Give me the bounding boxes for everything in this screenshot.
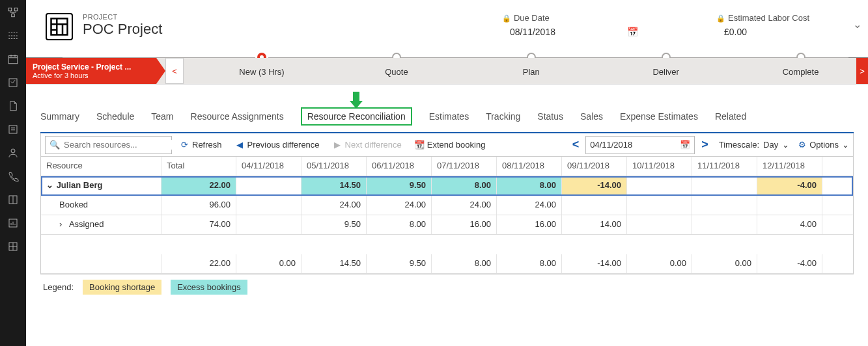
- col-date[interactable]: 05/11/2018: [301, 157, 367, 176]
- chevron-down-icon: ⌄: [782, 140, 789, 150]
- cell-shortage: -4.00: [757, 176, 822, 195]
- cell: 8.00: [497, 254, 562, 273]
- tab-tracking[interactable]: Tracking: [486, 111, 520, 122]
- prev-diff-button[interactable]: ◀Previous difference: [230, 133, 325, 156]
- legend-shortage: Booking shortage: [83, 280, 161, 295]
- cell: 24.00: [432, 196, 497, 215]
- col-date[interactable]: 10/11/2018: [627, 157, 692, 176]
- cell: [627, 196, 692, 215]
- date-prev-button[interactable]: <: [572, 138, 580, 152]
- header-expand-chevron[interactable]: ⌄: [853, 18, 861, 31]
- cell: 22.00: [161, 176, 236, 195]
- timescale-value: Day: [763, 140, 778, 150]
- search-box[interactable]: 🔍: [45, 136, 172, 154]
- refresh-button[interactable]: ⟳Refresh: [175, 133, 227, 156]
- tab-sales[interactable]: Sales: [580, 111, 603, 122]
- cell: [236, 215, 301, 234]
- col-date[interactable]: 07/11/2018: [432, 157, 497, 176]
- tab-related[interactable]: Related: [715, 111, 746, 122]
- stage-name-quote[interactable]: Quote: [385, 67, 408, 77]
- due-date-value: 08/11/2018: [502, 27, 555, 37]
- col-date[interactable]: 09/11/2018: [562, 157, 627, 176]
- cell: 14.00: [562, 215, 627, 234]
- extend-booking-button[interactable]: 📆Extend booking: [410, 133, 491, 156]
- sidebar-note-icon[interactable]: [7, 124, 19, 135]
- stage-next-button[interactable]: >: [856, 58, 868, 84]
- expand-caret-icon[interactable]: ⌄: [46, 180, 54, 190]
- sidebar-grid-icon[interactable]: [7, 241, 19, 252]
- cell: [627, 215, 692, 234]
- sidebar-calendar-icon[interactable]: [7, 53, 19, 65]
- due-date-label: Due Date: [514, 13, 550, 23]
- sidebar-sitemap-icon[interactable]: [7, 7, 19, 18]
- stage-name-complete[interactable]: Complete: [783, 67, 819, 77]
- tab-summary[interactable]: Summary: [40, 111, 79, 122]
- resource-name-cell[interactable]: ⌄ Julian Berg: [41, 176, 161, 195]
- calendar-icon[interactable]: 📅: [627, 27, 638, 37]
- grid-header-row: Resource Total 04/11/2018 05/11/2018 06/…: [41, 157, 853, 176]
- tab-estimates[interactable]: Estimates: [429, 111, 469, 122]
- date-picker[interactable]: 04/11/2018 📅: [585, 136, 695, 154]
- assigned-label-cell[interactable]: › Assigned: [41, 215, 161, 234]
- legend-excess: Excess bookings: [171, 280, 247, 295]
- sidebar-tasks-icon[interactable]: [7, 77, 19, 88]
- project-icon: [46, 13, 73, 40]
- app-sidebar: [0, 0, 26, 346]
- svg-rect-10: [51, 19, 68, 35]
- tab-status[interactable]: Status: [537, 111, 563, 122]
- lock-icon: 🔒: [716, 14, 725, 22]
- highlight-arrow-icon: [346, 90, 366, 110]
- cell: 4.00: [757, 215, 822, 234]
- col-date[interactable]: 08/11/2018: [497, 157, 562, 176]
- col-resource[interactable]: Resource: [41, 157, 161, 176]
- svg-rect-1: [14, 8, 18, 11]
- resource-row-julian[interactable]: ⌄ Julian Berg 22.00 14.50 9.50 8.00 8.00…: [41, 176, 853, 196]
- cell: [692, 176, 757, 195]
- assigned-row[interactable]: › Assigned 74.00 9.50 8.00 16.00 16.00 1…: [41, 215, 853, 235]
- sidebar-panel-icon[interactable]: [7, 194, 19, 206]
- cell: 74.00: [161, 215, 236, 234]
- cell: 24.00: [367, 196, 432, 215]
- col-date[interactable]: 11/11/2018: [692, 157, 757, 176]
- sidebar-phone-icon[interactable]: [7, 170, 19, 182]
- timescale-dropdown[interactable]: Timescale: Day ⌄: [719, 140, 790, 150]
- svg-rect-5: [9, 126, 17, 133]
- col-total[interactable]: Total: [161, 157, 236, 176]
- col-date[interactable]: 04/11/2018: [236, 157, 301, 176]
- cell: 0.00: [692, 254, 757, 273]
- booked-row[interactable]: Booked 96.00 24.00 24.00 24.00 24.00: [41, 196, 853, 215]
- process-stage-bar: Project Service - Project ... Active for…: [26, 57, 868, 85]
- sidebar-person-icon[interactable]: [7, 147, 19, 159]
- labor-cost-label: Estimated Labor Cost: [728, 13, 809, 23]
- cell: 14.50: [301, 176, 367, 195]
- stage-name-plan[interactable]: Plan: [523, 67, 540, 77]
- col-date[interactable]: 06/11/2018: [367, 157, 432, 176]
- tab-team[interactable]: Team: [151, 111, 173, 122]
- timescale-label: Timescale:: [719, 140, 759, 150]
- cell: 9.50: [367, 254, 432, 273]
- cell: [562, 196, 627, 215]
- sidebar-document-icon[interactable]: [7, 100, 19, 112]
- stage-name-deliver[interactable]: Deliver: [652, 67, 679, 77]
- tab-expense[interactable]: Expense Estimates: [620, 111, 698, 122]
- tab-resource-reconciliation[interactable]: Resource Reconciliation: [301, 107, 412, 126]
- tab-schedule[interactable]: Schedule: [96, 111, 134, 122]
- col-date[interactable]: 12/11/2018: [757, 157, 822, 176]
- stage-name-new[interactable]: New (3 Hrs): [239, 67, 284, 77]
- tab-resource-assignments[interactable]: Resource Assignments: [191, 111, 284, 122]
- totals-row: 22.00 0.00 14.50 9.50 8.00 8.00 -14.00 0…: [41, 254, 853, 274]
- cell: [41, 254, 161, 273]
- sidebar-dashboard-icon[interactable]: [7, 30, 19, 42]
- date-next-button[interactable]: >: [701, 138, 708, 152]
- options-button[interactable]: ⚙ Options ⌄: [798, 140, 849, 150]
- next-diff-button: ▶Next difference: [328, 133, 407, 156]
- expand-caret-icon[interactable]: ›: [59, 219, 67, 229]
- cell: 0.00: [236, 254, 301, 273]
- grid-toolbar: 🔍 ⟳Refresh ◀Previous difference ▶Next di…: [40, 133, 854, 157]
- labor-cost-value: £0.00: [716, 27, 809, 37]
- cell: 0.00: [627, 254, 692, 273]
- cell: 14.50: [301, 254, 367, 273]
- search-input[interactable]: [64, 140, 173, 150]
- sidebar-report-icon[interactable]: [7, 217, 19, 229]
- next-arrow-icon: ▶: [333, 140, 342, 150]
